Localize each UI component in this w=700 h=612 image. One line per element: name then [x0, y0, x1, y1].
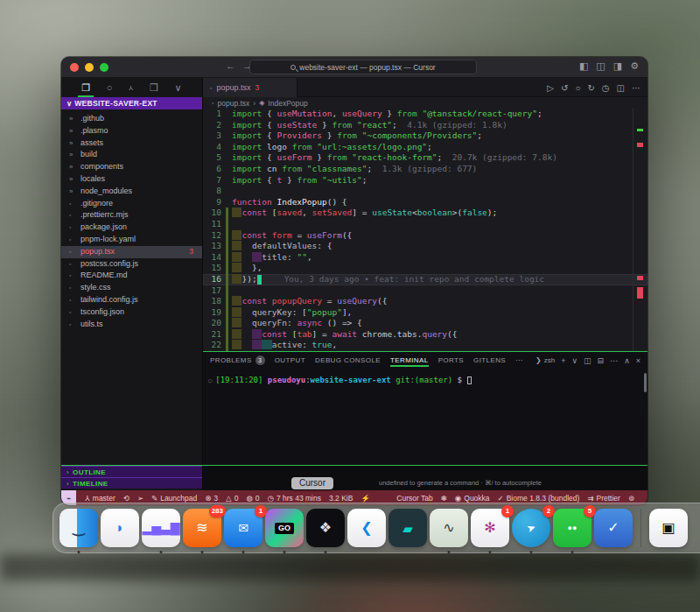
shell-select[interactable]: ❯zsh: [536, 356, 555, 364]
dock-icon-finder[interactable]: ‿: [60, 509, 98, 547]
more-actions-icon[interactable]: ⋯: [632, 83, 640, 93]
status-launchpad[interactable]: ✎Launchpad: [151, 494, 197, 503]
code-line[interactable]: 15 },: [203, 263, 648, 274]
status-file-size[interactable]: 3.2 KiB: [329, 494, 353, 503]
sidebar-section-timeline[interactable]: ›TIMELINE: [61, 477, 202, 489]
code-line[interactable]: 20 queryFn: async () => {: [203, 318, 648, 329]
status-prettier[interactable]: ⇉Prettier: [587, 494, 620, 503]
code-line[interactable]: 12 const form = useForm({: [203, 230, 648, 242]
toggle-primary-sidebar-icon[interactable]: ◧: [579, 60, 588, 72]
status-cursor-tab-icon[interactable]: ❃: [441, 494, 447, 503]
settings-icon[interactable]: ⚙: [630, 60, 639, 72]
tab-popup-tsx[interactable]: ▫ popup.tsx 3: [203, 78, 298, 97]
explorer-icon[interactable]: ❐: [78, 81, 94, 95]
tree-item-locales[interactable]: »locales: [61, 173, 202, 186]
code-line[interactable]: 17: [203, 285, 648, 297]
step-back-icon[interactable]: ↺: [561, 83, 568, 93]
code-line[interactable]: 7import { t } from "~utils";: [203, 175, 648, 186]
status-quokka[interactable]: ◉Quokka: [455, 494, 490, 503]
code-line[interactable]: 5import { useForm } from "react-hook-for…: [203, 152, 648, 164]
dock-icon-utility-app[interactable]: ▣: [649, 509, 688, 547]
dock-icon-warp-terminal[interactable]: ▰: [388, 509, 427, 547]
terminal-dropdown-icon[interactable]: ∨: [571, 356, 578, 365]
code-line[interactable]: 18 const popupQuery = useQuery({: [203, 296, 648, 307]
status-git-sync[interactable]: ⟲: [123, 494, 130, 503]
code-line[interactable]: 14 title: "",: [203, 252, 648, 264]
panel-bottom-sash[interactable]: [61, 465, 648, 466]
status-power[interactable]: ⚡: [360, 494, 370, 503]
dock-icon-rss-reader[interactable]: ≋283: [183, 509, 221, 547]
status-warnings[interactable]: △0: [226, 494, 238, 503]
tree-item-pnpm-lock-yaml[interactable]: ▫pnpm-lock.yaml: [61, 234, 202, 246]
code-line[interactable]: 1import { useMutation, useQuery } from "…: [203, 109, 648, 120]
terminal-scrollbar[interactable]: [644, 373, 647, 392]
close-panel-icon[interactable]: ×: [636, 356, 640, 365]
tree-item-build[interactable]: »build: [61, 149, 202, 161]
tree-item-tsconfig-json[interactable]: ▫tsconfig.json: [61, 306, 202, 319]
record-icon[interactable]: ○: [575, 83, 580, 93]
status-cursor-tab[interactable]: Cursor Tab: [396, 494, 432, 503]
panel-tab-terminal[interactable]: TERMINAL: [390, 354, 429, 367]
history-icon[interactable]: ◷: [602, 83, 610, 93]
code-line[interactable]: 16 });You, 3 days ago • feat: init repo …: [203, 274, 648, 285]
code-line[interactable]: 9function IndexPopup() {: [203, 197, 648, 208]
code-editor[interactable]: 1import { useMutation, useQuery } from "…: [203, 109, 648, 351]
code-line[interactable]: 22 active: true,: [203, 340, 648, 351]
maximize-panel-icon[interactable]: ∧: [624, 356, 630, 365]
terminal[interactable]: ○[19:11:20] pseudoyu:website-saver-ext g…: [208, 375, 639, 386]
code-line[interactable]: 21 const [tab] = await chrome.tabs.query…: [203, 329, 648, 341]
panel-tab-output[interactable]: OUTPUT: [275, 354, 305, 367]
code-line[interactable]: 3import { Providers } from "~components/…: [203, 130, 648, 142]
code-line[interactable]: 11: [203, 219, 648, 230]
search-icon[interactable]: ○: [103, 81, 116, 95]
tree-item-style-css[interactable]: ▫style.css: [61, 282, 202, 294]
tree-item-readme-md[interactable]: ▫README.md: [61, 270, 202, 282]
status-wallaby[interactable]: ◍0: [246, 494, 259, 503]
tree-item-postcss-config-js[interactable]: ▫postcss.config.js: [61, 258, 202, 271]
code-line[interactable]: 19 queryKey: ["popup"],: [203, 307, 648, 319]
more-views-icon[interactable]: ∨: [172, 81, 186, 95]
tree-item--github[interactable]: ».github: [61, 113, 202, 125]
dock-icon-things[interactable]: ✓: [594, 509, 633, 547]
status-publish[interactable]: ➢: [137, 494, 144, 503]
step-forward-icon[interactable]: ↻: [587, 83, 594, 93]
panel-tab-ports[interactable]: PORTS: [438, 354, 464, 367]
status-errors[interactable]: ⊗3: [205, 494, 218, 503]
new-terminal-icon[interactable]: +: [561, 356, 565, 365]
breadcrumb[interactable]: ▫ popup.tsx › ◈ IndexPopup: [203, 97, 648, 109]
more-icon[interactable]: ⋯: [610, 356, 618, 365]
split-editor-icon[interactable]: ◫: [617, 83, 625, 93]
dock-icon-wechat[interactable]: ●●5: [553, 509, 592, 547]
dock-icon-vscode[interactable]: ❮: [347, 509, 386, 547]
dock-icon-slack[interactable]: ✻1: [471, 509, 509, 547]
tree-item-package-json[interactable]: ▫package.json: [61, 222, 202, 234]
status-git-branch[interactable]: Ymaster: [85, 494, 116, 503]
zoom-window-button[interactable]: [100, 63, 108, 72]
editor-panel-sash[interactable]: [203, 351, 648, 352]
tree-item-assets[interactable]: »assets: [61, 137, 202, 150]
tree-item-utils-ts[interactable]: ▫utils.ts: [61, 319, 202, 331]
tree-item--gitignore[interactable]: ▫.gitignore: [61, 198, 202, 210]
kill-terminal-icon[interactable]: ⊟: [598, 356, 605, 365]
nav-back-button[interactable]: ←: [226, 60, 242, 71]
tree-item--prettierrc-mjs[interactable]: ▫.prettierrc.mjs: [61, 209, 202, 222]
code-line[interactable]: 10 const [saved, setSaved] = useState<bo…: [203, 208, 648, 219]
title-bar[interactable]: ←→ website-saver-ext — popup.tsx — Curso…: [61, 57, 648, 78]
tree-item-popup-tsx[interactable]: ▫popup.tsx3: [61, 246, 202, 258]
code-line[interactable]: 13 defaultValues: {: [203, 241, 648, 252]
status-wakatime[interactable]: ◷7 hrs 43 mins: [268, 494, 321, 503]
code-line[interactable]: 6import cn from "classnames"; 1.3k (gzip…: [203, 164, 648, 175]
close-window-button[interactable]: [70, 63, 79, 72]
panel-tab--[interactable]: ⋯: [515, 354, 522, 367]
minimize-window-button[interactable]: [85, 63, 94, 72]
dock-icon-arc-browser[interactable]: ∿: [430, 509, 468, 547]
code-line[interactable]: 2import { useState } from "react"; 4.1k …: [203, 120, 648, 131]
panel-tab-debug-console[interactable]: DEBUG CONSOLE: [315, 354, 381, 367]
toggle-panel-icon[interactable]: ◫: [596, 60, 605, 72]
split-terminal-icon[interactable]: ◫: [584, 356, 592, 365]
tree-item-tailwind-config-js[interactable]: ▫tailwind.config.js: [61, 294, 202, 306]
code-line[interactable]: 4import logo from "url:~assets/logo.png"…: [203, 142, 648, 153]
status-notifications-bell[interactable]: ⊚: [628, 494, 634, 503]
window-title-search[interactable]: website-saver-ext — popup.tsx — Cursor: [249, 60, 477, 74]
breadcrumb-file[interactable]: popup.tsx: [217, 99, 249, 108]
